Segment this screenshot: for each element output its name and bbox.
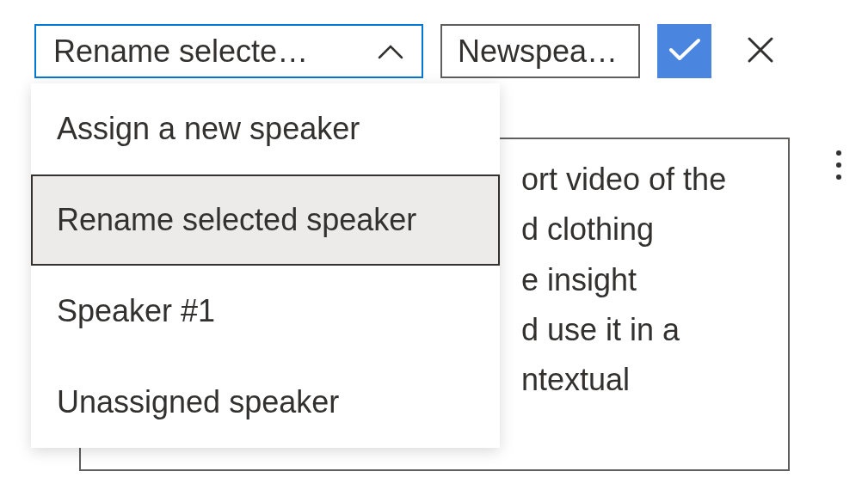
menu-item-assign-speaker[interactable]: Assign a new speaker [31,83,500,174]
toolbar: Rename selecte… [34,24,834,78]
more-icon-dot [836,174,841,180]
check-icon [668,37,701,65]
menu-item-speaker-1[interactable]: Speaker #1 [31,266,500,357]
confirm-button[interactable] [657,24,711,78]
dropdown-selected-label: Rename selecte… [53,34,351,70]
cancel-button[interactable] [733,24,787,78]
speaker-action-dropdown[interactable]: Rename selecte… [34,24,423,78]
more-icon-dot [836,162,841,168]
close-icon [747,36,774,66]
chevron-up-icon [377,38,404,65]
menu-item-unassigned-speaker[interactable]: Unassigned speaker [31,357,500,448]
speaker-action-menu: Assign a new speaker Rename selected spe… [31,83,500,448]
more-options-button[interactable] [822,148,856,182]
more-icon-dot [836,150,841,156]
speaker-name-input[interactable] [440,24,640,78]
menu-item-rename-speaker[interactable]: Rename selected speaker [31,174,500,266]
